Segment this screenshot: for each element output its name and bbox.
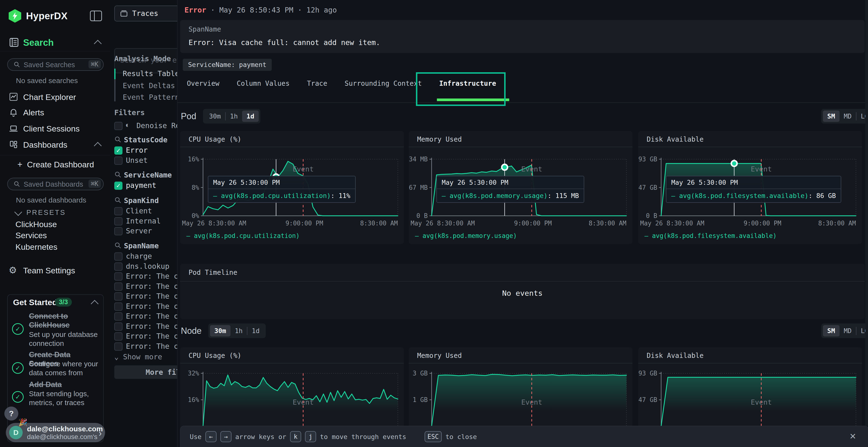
pod-section-title: Pod (181, 111, 196, 122)
pod-size-sm[interactable]: SM (823, 110, 840, 122)
checkbox-unchecked[interactable] (114, 252, 123, 261)
pod-section-header: Pod 30m1h1d (181, 109, 260, 124)
saved-dashboards-input[interactable]: Saved Dashboards ⌘K (7, 178, 104, 190)
preset-services[interactable]: Services (16, 231, 47, 240)
checkbox-unchecked[interactable] (114, 263, 123, 271)
preset-kubernetes[interactable]: Kubernetes (16, 242, 57, 252)
checkbox-unchecked[interactable] (114, 217, 123, 226)
checkbox-unchecked[interactable] (114, 303, 123, 311)
sidebar-item-alerts[interactable]: Alerts (0, 107, 110, 119)
checkbox-unchecked[interactable] (114, 227, 123, 235)
node-size-sm[interactable]: SM (823, 325, 840, 337)
node-range-30m[interactable]: 30m (210, 325, 230, 337)
svg-text:0 B: 0 B (646, 212, 657, 219)
x-axis-label: May 26 8:30:00 AM (411, 220, 475, 227)
span-name-label: SpanName (189, 25, 221, 33)
scrollbar[interactable] (865, 0, 868, 426)
svg-text:0 B: 0 B (416, 212, 428, 219)
pod-range-30m[interactable]: 30m (205, 110, 225, 122)
sidebar-item-dashboards[interactable]: Dashboards (0, 139, 110, 151)
tabs-divider (178, 102, 868, 103)
sidebar-item-label: Dashboards (23, 140, 67, 149)
tab-surrounding-context[interactable]: Surrounding Context (345, 79, 422, 93)
chart-legend[interactable]: — avg(k8s.pod.filesystem.available) (645, 232, 777, 239)
create-dashboard-button[interactable]: + Create Dashboard (0, 159, 110, 171)
search-icon (114, 242, 122, 249)
saved-searches-input[interactable]: Saved Searches ⌘K (7, 58, 104, 71)
sidebar-item-client-sessions[interactable]: Client Sessions (0, 123, 110, 135)
svg-text:47 GB: 47 GB (639, 396, 657, 403)
tab-trace[interactable]: Trace (307, 79, 327, 93)
checkbox-unchecked[interactable] (114, 293, 123, 301)
checkbox-unchecked[interactable] (114, 207, 123, 215)
chart-card-pod-disk: Disk Available93 GB47 GB0 BEventMay 26 5… (638, 131, 862, 244)
pod-range-1d[interactable]: 1d (242, 110, 259, 122)
tooltip-value: — avg(k8s.pod.filesystem.available): 86 … (666, 189, 841, 202)
filter-option-label: Error: The cr (126, 302, 177, 310)
filter-group-label: StatusCode (124, 136, 167, 144)
check-circle-icon: ✓ (12, 323, 24, 335)
close-icon[interactable]: × (850, 431, 856, 442)
bell-icon (9, 107, 18, 118)
analysis-mode-event-deltas[interactable]: Event Deltas (123, 81, 175, 90)
node-range-1d[interactable]: 1d (247, 325, 264, 337)
chart-tooltip: May 26 5:30:00 PM— avg(k8s.pod.memory.us… (436, 176, 584, 203)
search-icon (13, 181, 20, 187)
checkbox-checked[interactable]: ✓ (114, 182, 123, 190)
show-more-button[interactable]: ⌄ Show more (114, 353, 162, 361)
chevron-right-icon: › (99, 428, 102, 439)
tab-overview[interactable]: Overview (187, 79, 219, 93)
chart-tooltip: May 26 5:30:00 PM— avg(k8s.pod.filesyste… (666, 176, 841, 203)
presets-header[interactable]: PRESETS (16, 209, 66, 216)
app-root: HyperDX Search Saved Searches ⌘K No save… (0, 0, 868, 447)
profile-chip[interactable]: D dale@clickhouse.com dale@clickhouse.co… (6, 423, 105, 442)
checkbox-checked[interactable]: ✓ (114, 146, 123, 154)
pod-range-1h[interactable]: 1h (226, 110, 242, 122)
filter-option-label: Error (126, 146, 148, 154)
checkbox-unchecked[interactable] (114, 312, 123, 320)
analysis-mode-rail (114, 69, 116, 101)
filter-option-label: Error: The cr (126, 282, 177, 290)
filter-option-label: Unset (126, 156, 148, 165)
node-size-md[interactable]: MD (840, 325, 856, 337)
filter-group-label: SpanName (124, 242, 159, 250)
chevron-up-icon (94, 142, 102, 150)
svg-text:16%: 16% (188, 156, 199, 163)
checkbox-unchecked[interactable] (114, 342, 123, 351)
svg-text:47 GB: 47 GB (639, 184, 657, 191)
tooltip-timestamp: May 26 5:30:00 PM (208, 176, 355, 189)
footer-text: to close (445, 433, 477, 441)
pod-size-md[interactable]: MD (840, 110, 856, 122)
checkbox-unchecked[interactable] (114, 272, 123, 281)
preset-clickhouse[interactable]: ClickHouse (16, 220, 57, 229)
chart-legend[interactable]: — avg(k8s.pod.cpu.utilization) (186, 232, 300, 239)
search-icon (114, 136, 122, 143)
sidebar-item-chart-explorer[interactable]: Chart Explorer (0, 92, 110, 104)
sidebar-collapse-icon[interactable] (90, 10, 102, 21)
plus-icon: + (18, 160, 23, 170)
svg-text:67 MB: 67 MB (409, 184, 428, 191)
checkbox-unchecked[interactable] (114, 157, 123, 165)
checkbox-unchecked[interactable] (114, 332, 123, 341)
chart-tooltip: May 26 5:30:00 PM— avg(k8s.pod.cpu.utili… (208, 176, 355, 203)
source-select[interactable]: Traces (114, 5, 177, 22)
analysis-mode-label: Analysis Mode (114, 55, 171, 63)
service-name-chip[interactable]: ServiceName: payment (183, 59, 272, 71)
checkbox-unchecked[interactable] (114, 322, 123, 331)
more-filters-button[interactable]: More fil (114, 365, 177, 379)
checkbox-unchecked[interactable] (114, 282, 123, 291)
chart-legend[interactable]: — avg(k8s.pod.memory.usage) (415, 232, 517, 239)
chevron-up-icon[interactable] (91, 300, 99, 308)
denoise-icon: ◐ (125, 121, 130, 129)
tab-column-values[interactable]: Column Values (237, 79, 289, 93)
analysis-mode-event-patterns[interactable]: Event Patterns (123, 93, 177, 101)
filters-label: Filters (114, 108, 145, 117)
help-button[interactable]: ? (4, 407, 18, 420)
analysis-mode-results-table[interactable]: Results Table (123, 69, 177, 78)
svg-text:93 GB: 93 GB (639, 370, 657, 377)
tooltip-value: — avg(k8s.pod.cpu.utilization): 11% (208, 189, 355, 202)
sidebar-item-search[interactable]: Search (0, 37, 110, 50)
sidebar-item-team-settings[interactable]: ⚙ Team Settings (0, 265, 110, 277)
node-range-1h[interactable]: 1h (230, 325, 247, 337)
arrow-left-key: ← (206, 431, 217, 442)
